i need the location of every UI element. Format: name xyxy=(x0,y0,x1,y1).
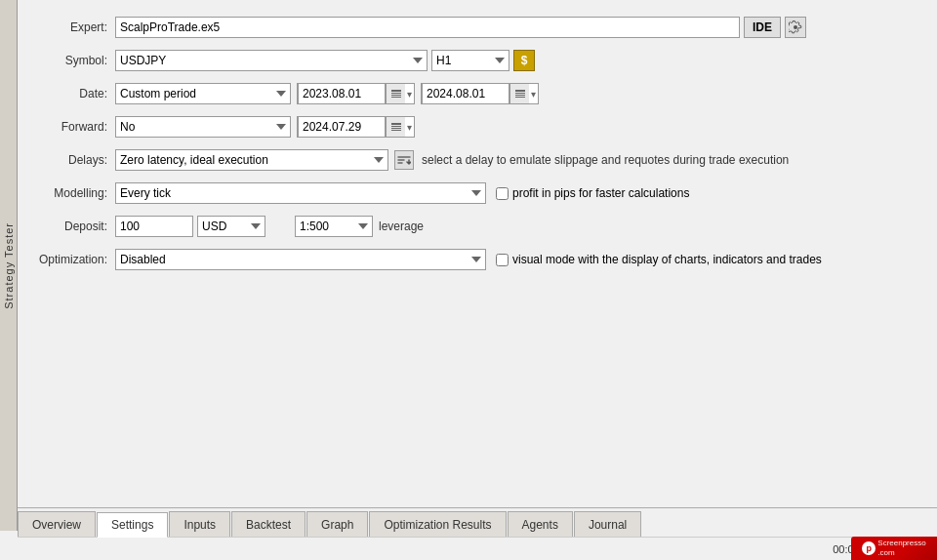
date-from-picker[interactable] xyxy=(386,84,405,103)
delays-row: Delays: Zero latency, ideal execution se… xyxy=(27,147,927,173)
screenpresso-logo-circle: p xyxy=(862,541,876,555)
forward-date-wrap: ▾ xyxy=(297,116,415,138)
currency-select[interactable]: USD xyxy=(197,216,265,237)
screenpresso-text: Screenpresso .com xyxy=(877,539,925,557)
svg-rect-1 xyxy=(391,93,401,94)
tab-settings[interactable]: Settings xyxy=(97,512,168,538)
svg-rect-0 xyxy=(391,90,401,92)
date-to-picker[interactable] xyxy=(509,84,529,103)
screenpresso-p: p xyxy=(867,543,873,553)
symbol-row: Symbol: USDJPY H1 $ xyxy=(27,48,927,73)
content-area: Expert: IDE Symbol: USDJPY H1 xyxy=(18,0,937,560)
tab-optimization-results-label: Optimization Results xyxy=(384,518,491,532)
tab-overview[interactable]: Overview xyxy=(18,511,96,537)
forward-select[interactable]: No xyxy=(115,116,291,138)
optimization-row: Optimization: Disabled visual mode with … xyxy=(27,247,927,272)
visual-mode-checkbox[interactable] xyxy=(496,254,509,266)
optimization-label: Optimization: xyxy=(27,253,115,266)
date-from-input[interactable] xyxy=(298,83,386,104)
profit-pips-label: profit in pips for faster calculations xyxy=(512,186,689,200)
leverage-select[interactable]: 1:500 xyxy=(295,216,373,237)
form-section: Expert: IDE Symbol: USDJPY H1 xyxy=(27,10,927,560)
visual-mode-label: visual mode with the display of charts, … xyxy=(512,253,822,266)
tab-graph[interactable]: Graph xyxy=(306,511,368,537)
delays-icon-button[interactable] xyxy=(394,150,414,170)
date-label: Date: xyxy=(27,87,115,100)
deposit-input[interactable] xyxy=(115,216,193,237)
deposit-label: Deposit: xyxy=(27,220,115,233)
delays-label: Delays: xyxy=(27,153,115,167)
date-period-select[interactable]: Custom period xyxy=(115,83,291,104)
delays-description: select a delay to emulate slippage and r… xyxy=(422,153,789,167)
svg-rect-2 xyxy=(391,95,401,96)
svg-rect-7 xyxy=(515,97,525,98)
svg-rect-4 xyxy=(515,90,525,92)
side-label-text: Strategy Tester xyxy=(3,222,15,309)
date-to-wrap: ▾ xyxy=(421,83,539,104)
gear-button[interactable] xyxy=(785,17,806,38)
tab-graph-label: Graph xyxy=(321,518,353,532)
svg-rect-8 xyxy=(391,123,401,125)
date-dropdown-icon[interactable]: ▾ xyxy=(405,89,414,100)
expert-row: Expert: IDE xyxy=(27,15,927,40)
delays-select[interactable]: Zero latency, ideal execution xyxy=(115,149,388,171)
svg-rect-11 xyxy=(391,130,401,131)
screenpresso-badge: p Screenpresso .com xyxy=(851,537,937,560)
status-bar: 00:00:13 / 00:00:13 p Screenpresso .com xyxy=(18,537,937,560)
svg-rect-10 xyxy=(391,128,401,129)
tab-settings-label: Settings xyxy=(111,518,153,532)
visual-mode-wrap: visual mode with the display of charts, … xyxy=(496,253,822,266)
tab-optimization-results[interactable]: Optimization Results xyxy=(369,511,506,537)
svg-rect-5 xyxy=(515,93,525,94)
date-to-dropdown-icon[interactable]: ▾ xyxy=(529,89,538,100)
modelling-select[interactable]: Every tick xyxy=(115,182,486,204)
tab-journal-label: Journal xyxy=(589,518,627,532)
symbol-label: Symbol: xyxy=(27,54,115,67)
tab-agents-label: Agents xyxy=(522,518,558,532)
timeframe-select[interactable]: H1 xyxy=(431,50,509,71)
dollar-button[interactable]: $ xyxy=(513,50,535,71)
modelling-label: Modelling: xyxy=(27,186,115,200)
modelling-row: Modelling: Every tick profit in pips for… xyxy=(27,180,927,206)
expert-input[interactable] xyxy=(115,17,740,38)
tab-inputs-label: Inputs xyxy=(183,518,216,532)
forward-row: Forward: No ▾ xyxy=(27,114,927,140)
forward-date-picker[interactable] xyxy=(386,117,405,137)
deposit-row: Deposit: USD 1:500 leverage xyxy=(27,214,927,239)
expert-label: Expert: xyxy=(27,20,115,34)
main-container: Strategy Tester Expert: IDE Symbol: xyxy=(0,0,937,560)
ide-button[interactable]: IDE xyxy=(744,17,781,38)
profit-pips-checkbox[interactable] xyxy=(496,187,509,200)
forward-date-dropdown-icon[interactable]: ▾ xyxy=(405,122,414,133)
screenpresso-content: p Screenpresso .com xyxy=(862,539,925,557)
forward-date-input[interactable] xyxy=(298,116,386,138)
forward-label: Forward: xyxy=(27,120,115,134)
svg-rect-3 xyxy=(391,97,401,98)
svg-rect-6 xyxy=(515,95,525,96)
profit-pips-wrap: profit in pips for faster calculations xyxy=(496,186,689,200)
tab-agents[interactable]: Agents xyxy=(508,511,573,537)
date-from-wrap: ▾ xyxy=(297,83,415,104)
side-label: Strategy Tester xyxy=(0,0,18,531)
leverage-label: leverage xyxy=(379,220,424,233)
tab-overview-label: Overview xyxy=(32,518,81,532)
tab-backtest-label: Backtest xyxy=(246,518,291,532)
tab-journal[interactable]: Journal xyxy=(574,511,641,537)
optimization-select[interactable]: Disabled xyxy=(115,249,486,270)
tabs-container: Overview Settings Inputs Backtest Graph … xyxy=(18,507,937,537)
tab-backtest[interactable]: Backtest xyxy=(231,511,306,537)
symbol-select[interactable]: USDJPY xyxy=(115,50,428,71)
tab-inputs[interactable]: Inputs xyxy=(169,511,230,537)
date-row: Date: Custom period ▾ ▾ xyxy=(27,81,927,106)
svg-rect-9 xyxy=(391,126,401,127)
date-to-input[interactable] xyxy=(422,83,509,104)
